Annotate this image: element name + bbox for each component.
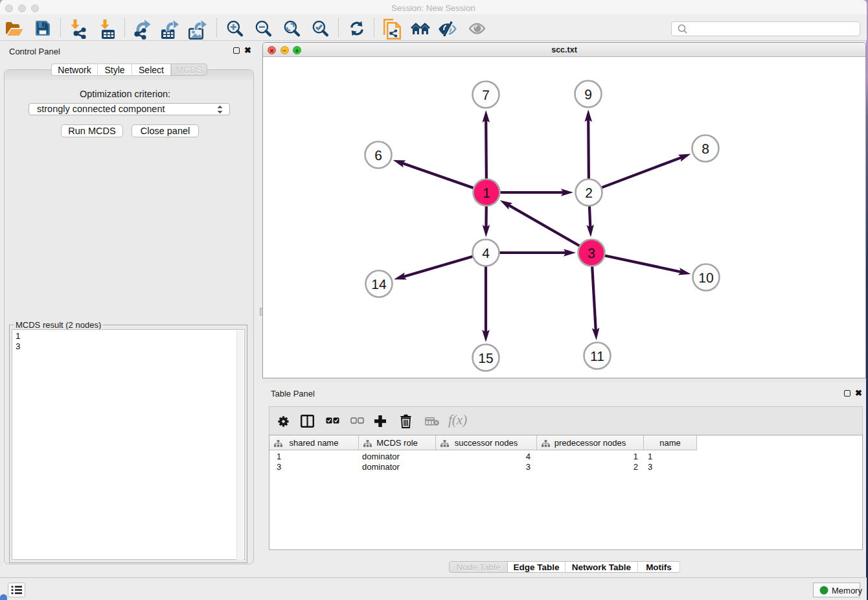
svg-text:14: 14: [371, 277, 387, 292]
svg-text:6: 6: [374, 148, 382, 163]
svg-text:7: 7: [482, 88, 490, 103]
svg-text:2: 2: [585, 186, 593, 201]
svg-text:8: 8: [702, 142, 709, 157]
svg-text:11: 11: [590, 349, 604, 364]
svg-text:3: 3: [588, 246, 595, 261]
svg-text:1: 1: [483, 186, 490, 201]
svg-text:9: 9: [584, 87, 592, 102]
svg-text:10: 10: [698, 271, 713, 286]
svg-text:4: 4: [482, 246, 490, 261]
svg-text:15: 15: [478, 351, 493, 366]
